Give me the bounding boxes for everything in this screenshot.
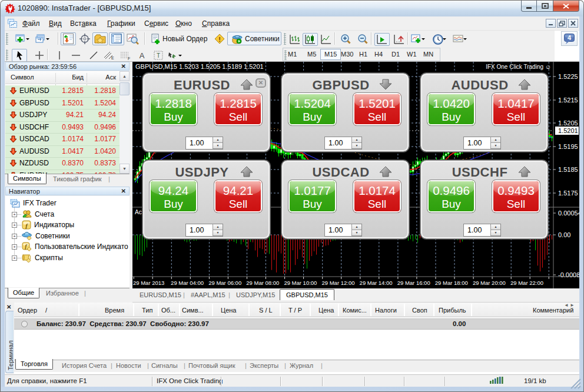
svg-text:IFX One Click Trading ☺: IFX One Click Trading ☺ (486, 64, 551, 70)
svg-text:29 Mar 16:00: 29 Mar 16:00 (397, 280, 430, 286)
svg-text:1.5175: 1.5175 (558, 190, 578, 197)
svg-text:1.5185: 1.5185 (558, 166, 578, 173)
svg-text:29 Mar 2013: 29 Mar 2013 (133, 280, 164, 286)
svg-text:29 Mar 04:00: 29 Mar 04:00 (171, 280, 204, 286)
svg-text:29 Mar 22:00: 29 Mar 22:00 (510, 280, 543, 286)
svg-text:4: 4 (568, 34, 572, 41)
svg-text:1.5215: 1.5215 (558, 97, 578, 104)
svg-text:A: A (140, 51, 145, 60)
svg-text:29 Mar 12:00: 29 Mar 12:00 (322, 280, 355, 286)
svg-text:GBPUSD,M15 1.5203 1.5205 1.51: GBPUSD,M15 1.5203 1.5205 1.5189 1.5201 (135, 63, 264, 70)
svg-text:E: E (111, 56, 114, 60)
svg-text:-0.00086: -0.00086 (558, 271, 579, 278)
svg-text:29 Mar 06:00: 29 Mar 06:00 (208, 280, 241, 286)
svg-text:29 Mar 20:00: 29 Mar 20:00 (473, 280, 506, 286)
svg-text:1.5195: 1.5195 (558, 143, 578, 150)
svg-text:F: F (128, 57, 130, 61)
svg-text:29 Mar 10:00: 29 Mar 10:00 (284, 280, 317, 286)
svg-text:29 Mar 18:00: 29 Mar 18:00 (435, 280, 468, 286)
svg-text:0.00: 0.00 (558, 231, 570, 238)
svg-text:29 Mar 14:00: 29 Mar 14:00 (360, 280, 393, 286)
svg-text:T: T (157, 52, 160, 59)
svg-text:1.5205: 1.5205 (558, 119, 578, 127)
svg-text:0.000541: 0.000541 (558, 210, 579, 217)
svg-text:29 Mar 08:00: 29 Mar 08:00 (246, 280, 279, 286)
svg-text:1.5201: 1.5201 (558, 127, 578, 134)
svg-text:!: ! (218, 36, 221, 43)
svg-text:1.5225: 1.5225 (558, 73, 578, 80)
